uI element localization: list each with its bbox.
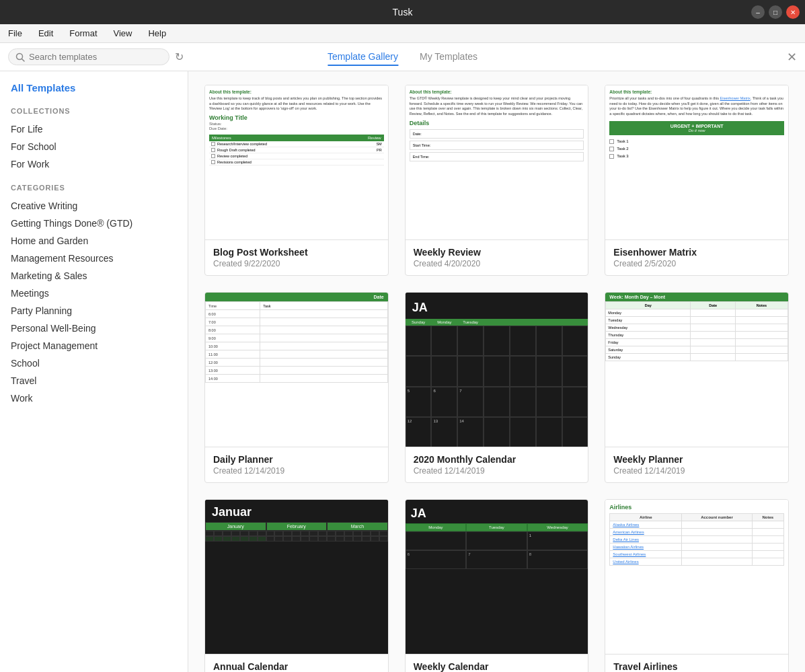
sidebar-item-marketing[interactable]: Marketing & Sales: [11, 267, 177, 285]
template-name-airlines: Travel Airlines: [613, 661, 780, 672]
sidebar-all-templates[interactable]: All Templates: [11, 82, 177, 94]
template-info-eisenhower: Eisenhower Matrix Created 2/5/2020: [605, 240, 788, 275]
template-card-airlines[interactable]: Airlines AirlineAccount numberNotes Alas…: [605, 499, 789, 672]
template-card-annual-calendar[interactable]: Januar January February March: [204, 499, 389, 672]
template-preview-daily-planner: Date TimeTask 6:00 7:00 8:00 9:00 10:00 …: [205, 293, 388, 447]
template-card-eisenhower[interactable]: About this template: Prioritize all your…: [605, 85, 789, 276]
template-date-daily-planner: Created 12/14/2019: [213, 466, 380, 476]
template-preview-airlines: Airlines AirlineAccount numberNotes Alas…: [605, 500, 788, 655]
template-info-weekly-planner: Weekly Planner Created 12/14/2019: [605, 447, 788, 482]
categories-title: CATEGORIES: [11, 184, 177, 192]
template-card-weekly-planner[interactable]: Week: Month Day – Mont DayDateNotes Mond…: [605, 292, 789, 483]
template-card-blog[interactable]: About this template: Use this template t…: [204, 85, 389, 276]
close-panel-button[interactable]: ✕: [787, 50, 797, 65]
sidebar-item-project[interactable]: Project Management: [11, 337, 177, 354]
template-preview-eisenhower: About this template: Prioritize all your…: [605, 85, 788, 240]
sidebar-item-wellbeing[interactable]: Personal Well-Being: [11, 320, 177, 337]
template-date-eisenhower: Created 2/5/2020: [613, 259, 780, 268]
template-name-eisenhower: Eisenhower Matrix: [613, 247, 780, 258]
sidebar: All Templates COLLECTIONS For Life For S…: [0, 71, 188, 672]
template-name-weekly-review: Weekly Review: [414, 247, 580, 258]
template-name-annual-calendar: Annual Calendar: [213, 661, 380, 672]
sidebar-item-party[interactable]: Party Planning: [11, 302, 177, 320]
template-card-weekly-calendar-2[interactable]: JA Monday Tuesday Wednesday 1: [405, 499, 589, 672]
sidebar-item-creative-writing[interactable]: Creative Writing: [11, 197, 177, 215]
template-date-blog: Created 9/22/2020: [213, 259, 380, 268]
template-preview-monthly-calendar: JA Sunday Monday Tuesday: [406, 293, 588, 447]
template-name-weekly-planner: Weekly Planner: [613, 454, 780, 465]
template-preview-blog: About this template: Use this template t…: [205, 85, 388, 240]
template-info-blog: Blog Post Worksheet Created 9/22/2020: [205, 240, 388, 275]
template-info-daily-planner: Daily Planner Created 12/14/2019: [205, 447, 388, 482]
search-input[interactable]: [29, 52, 162, 62]
sidebar-item-home-garden[interactable]: Home and Garden: [11, 232, 177, 250]
sidebar-item-school[interactable]: School: [11, 354, 177, 372]
search-wrapper: [8, 48, 169, 65]
sidebar-item-gtd[interactable]: Getting Things Done® (GTD): [11, 215, 177, 232]
templates-grid: About this template: Use this template t…: [204, 85, 789, 672]
template-info-airlines: Travel Airlines Created 12/14/2019: [605, 655, 788, 672]
template-preview-weekly-calendar-2: JA Monday Tuesday Wednesday 1: [406, 500, 588, 655]
template-info-annual-calendar: Annual Calendar Created 12/14/2019: [205, 655, 388, 672]
template-date-weekly-planner: Created 12/14/2019: [613, 466, 780, 476]
minimize-button[interactable]: –: [751, 5, 765, 19]
collections-title: COLLECTIONS: [11, 107, 177, 115]
toolbar: ↻ Template Gallery My Templates ✕: [0, 43, 805, 71]
sidebar-categories-section: CATEGORIES Creative Writing Getting Thin…: [11, 184, 177, 407]
template-date-weekly-review: Created 4/20/2020: [414, 259, 580, 268]
maximize-button[interactable]: □: [769, 5, 782, 19]
search-icon: [15, 52, 25, 62]
window-controls: – □ ✕: [751, 5, 800, 19]
sidebar-item-for-life[interactable]: For Life: [11, 120, 177, 138]
titlebar: Tusk – □ ✕: [0, 0, 805, 24]
template-name-blog: Blog Post Worksheet: [213, 247, 380, 258]
content-area: All Templates COLLECTIONS For Life For S…: [0, 71, 805, 672]
sidebar-item-work[interactable]: Work: [11, 389, 177, 407]
menu-edit[interactable]: Edit: [36, 27, 56, 40]
template-info-monthly-calendar: 2020 Monthly Calendar Created 12/14/2019: [406, 447, 588, 482]
template-date-monthly-calendar: Created 12/14/2019: [414, 466, 580, 476]
sidebar-item-meetings[interactable]: Meetings: [11, 285, 177, 302]
template-preview-weekly-review: About this template: The GTD® Weekly Rev…: [406, 85, 588, 240]
menu-format[interactable]: Format: [67, 27, 100, 40]
menubar: File Edit Format View Help: [0, 24, 805, 43]
sidebar-collections-section: COLLECTIONS For Life For School For Work: [11, 107, 177, 173]
template-card-daily-planner[interactable]: Date TimeTask 6:00 7:00 8:00 9:00 10:00 …: [204, 292, 389, 483]
sidebar-item-travel[interactable]: Travel: [11, 372, 177, 389]
menu-file[interactable]: File: [5, 27, 25, 40]
close-window-button[interactable]: ✕: [786, 5, 800, 19]
svg-line-1: [22, 59, 25, 61]
refresh-button[interactable]: ↻: [175, 50, 184, 63]
tab-my-templates[interactable]: My Templates: [420, 48, 477, 66]
sidebar-item-for-school[interactable]: For School: [11, 138, 177, 155]
template-info-weekly-calendar-2: Weekly Calendar Created 12/14/2019: [406, 655, 588, 672]
sidebar-item-for-work[interactable]: For Work: [11, 155, 177, 173]
template-name-weekly-calendar-2: Weekly Calendar: [414, 661, 580, 672]
tabs: Template Gallery My Templates: [328, 48, 477, 66]
template-preview-weekly-planner: Week: Month Day – Mont DayDateNotes Mond…: [605, 293, 788, 447]
menu-help[interactable]: Help: [145, 27, 169, 40]
template-card-weekly-review[interactable]: About this template: The GTD® Weekly Rev…: [405, 85, 589, 276]
template-name-daily-planner: Daily Planner: [213, 454, 380, 465]
template-preview-annual-calendar: Januar January February March: [205, 500, 388, 655]
menu-view[interactable]: View: [111, 27, 135, 40]
sidebar-item-management[interactable]: Management Resources: [11, 250, 177, 267]
template-info-weekly-review: Weekly Review Created 4/20/2020: [406, 240, 588, 275]
app-title: Tusk: [393, 7, 413, 17]
template-card-monthly-calendar[interactable]: JA Sunday Monday Tuesday: [405, 292, 589, 483]
template-name-monthly-calendar: 2020 Monthly Calendar: [414, 454, 580, 465]
tab-template-gallery[interactable]: Template Gallery: [328, 48, 398, 66]
gallery-area: About this template: Use this template t…: [188, 71, 805, 672]
app-container: ↻ Template Gallery My Templates ✕ All Te…: [0, 43, 805, 672]
